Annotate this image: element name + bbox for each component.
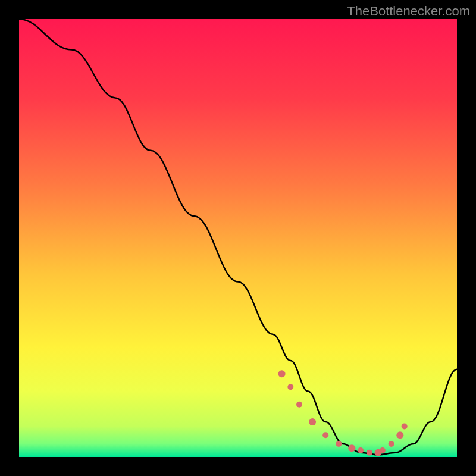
marker-dot <box>380 447 386 453</box>
marker-dot <box>278 370 286 377</box>
marker-dot <box>367 450 372 456</box>
marker-dot <box>287 384 293 390</box>
marker-dot <box>402 423 408 429</box>
watermark-text: TheBottlenecker.com <box>347 4 470 19</box>
marker-dot <box>358 447 364 453</box>
bottleneck-curve <box>19 19 457 457</box>
marker-dot <box>348 444 355 452</box>
marker-dot <box>296 402 302 408</box>
marker-dot <box>309 418 316 425</box>
marker-dot <box>322 432 328 438</box>
marker-dot <box>396 431 403 439</box>
marker-dot <box>336 441 342 447</box>
chart-plot-area <box>19 19 457 457</box>
marker-dot <box>389 441 394 447</box>
